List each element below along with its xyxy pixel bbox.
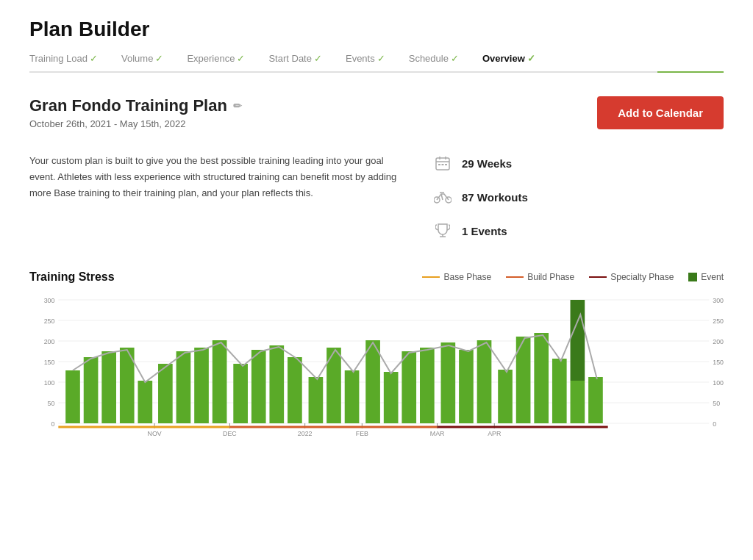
svg-rect-64	[534, 333, 549, 423]
stat-weeks: 29 Weeks	[432, 153, 579, 173]
svg-rect-65	[552, 359, 567, 423]
nav-label-training-load: Training Load	[29, 53, 88, 64]
svg-rect-35	[101, 351, 116, 423]
svg-text:0: 0	[51, 420, 54, 428]
plan-title-section: Gran Fondo Training Plan ✏ October 26th,…	[29, 96, 242, 129]
svg-text:0: 0	[713, 420, 716, 428]
svg-text:150: 150	[713, 359, 724, 366]
legend-base-phase: Base Phase	[422, 272, 491, 282]
svg-text:50: 50	[48, 400, 55, 407]
chart-header: Training Stress Base Phase Build Phase S…	[29, 270, 724, 284]
nav-item-volume[interactable]: Volume ✓	[121, 53, 163, 64]
svg-rect-46	[269, 345, 284, 423]
svg-rect-56	[420, 348, 435, 423]
svg-rect-41	[194, 348, 209, 423]
legend-build-line	[506, 276, 524, 278]
legend-base-label: Base Phase	[443, 272, 491, 282]
svg-rect-66	[571, 300, 585, 381]
chart-section: Training Stress Base Phase Build Phase S…	[29, 270, 724, 454]
nav-check-5: ✓	[451, 53, 459, 64]
svg-rect-60	[477, 340, 492, 423]
stat-workouts: 87 Workouts	[432, 187, 579, 207]
svg-rect-55	[402, 351, 416, 423]
nav-label-schedule: Schedule	[409, 53, 449, 64]
legend-build-phase: Build Phase	[506, 272, 574, 282]
legend-event-square	[688, 273, 697, 281]
svg-text:250: 250	[713, 317, 724, 325]
plan-stats: 29 Weeks 87 Workouts	[432, 153, 579, 241]
svg-rect-45	[251, 350, 266, 423]
legend-specialty-phase: Specialty Phase	[589, 272, 674, 282]
chart-title: Training Stress	[29, 270, 115, 284]
svg-text:100: 100	[44, 379, 55, 387]
edit-icon[interactable]: ✏	[233, 100, 242, 112]
nav-item-start-date[interactable]: Start Date ✓	[268, 53, 322, 64]
legend-event-label: Event	[701, 272, 724, 282]
nav-label-experience: Experience	[187, 53, 235, 64]
legend-specialty-line	[589, 276, 607, 278]
nav-item-overview[interactable]: Overview ✓	[482, 53, 535, 64]
plan-dates: October 26th, 2021 - May 15th, 2022	[29, 118, 242, 129]
legend-build-label: Build Phase	[527, 272, 574, 282]
svg-rect-37	[138, 381, 153, 423]
nav-check-0: ✓	[90, 53, 98, 64]
svg-text:300: 300	[713, 297, 724, 304]
nav-label-start-date: Start Date	[268, 53, 312, 64]
svg-rect-59	[459, 350, 474, 423]
svg-rect-47	[288, 357, 302, 423]
svg-text:MAR: MAR	[430, 430, 445, 437]
nav-check-1: ✓	[155, 53, 163, 64]
svg-text:300: 300	[44, 297, 55, 304]
chart-legend: Base Phase Build Phase Specialty Phase E…	[422, 272, 724, 282]
svg-rect-5	[442, 164, 444, 165]
svg-rect-44	[233, 364, 248, 423]
calendar-icon	[432, 153, 453, 173]
plan-description: Your custom plan is built to give you th…	[29, 153, 397, 241]
svg-text:50: 50	[713, 400, 720, 407]
svg-rect-6	[445, 164, 447, 165]
svg-rect-50	[326, 348, 341, 423]
svg-rect-39	[158, 364, 173, 423]
svg-text:250: 250	[44, 317, 55, 325]
svg-rect-68	[588, 377, 603, 423]
stat-events-value: 1 Events	[462, 225, 507, 237]
nav-item-schedule[interactable]: Schedule ✓	[409, 53, 459, 64]
legend-event: Event	[688, 272, 724, 282]
nav-item-events[interactable]: Events ✓	[346, 53, 385, 64]
svg-rect-33	[65, 370, 80, 423]
nav-bar: Training Load ✓ Volume ✓ Experience ✓ St…	[29, 53, 724, 73]
svg-text:100: 100	[713, 379, 724, 387]
plan-title-text: Gran Fondo Training Plan	[29, 96, 227, 115]
svg-text:NOV: NOV	[148, 430, 162, 437]
nav-check-4: ✓	[377, 53, 385, 64]
svg-text:150: 150	[44, 359, 55, 366]
bike-icon	[432, 187, 453, 207]
plan-header: Gran Fondo Training Plan ✏ October 26th,…	[29, 96, 724, 129]
stat-events: 1 Events	[432, 220, 579, 241]
svg-text:200: 200	[44, 338, 55, 345]
legend-base-line	[422, 276, 440, 278]
training-stress-chart: 300 250 200 150 100 50 0 300 250 200 150…	[29, 292, 724, 454]
svg-text:FEB: FEB	[356, 430, 368, 437]
svg-text:200: 200	[713, 338, 724, 345]
nav-check-6: ✓	[527, 53, 535, 64]
plan-content: Your custom plan is built to give you th…	[29, 153, 724, 241]
stat-workouts-value: 87 Workouts	[462, 191, 528, 204]
nav-item-training-load[interactable]: Training Load ✓	[29, 53, 98, 64]
nav-check-2: ✓	[237, 53, 245, 64]
page-title: Plan Builder	[29, 18, 724, 41]
add-to-calendar-button[interactable]: Add to Calendar	[597, 96, 724, 129]
svg-text:2022: 2022	[298, 430, 313, 437]
svg-rect-54	[384, 372, 399, 423]
stat-weeks-value: 29 Weeks	[462, 157, 512, 170]
legend-specialty-label: Specialty Phase	[610, 272, 674, 282]
svg-text:DEC: DEC	[223, 430, 237, 437]
plan-title: Gran Fondo Training Plan ✏	[29, 96, 242, 115]
chart-container: 300 250 200 150 100 50 0 300 250 200 150…	[29, 292, 724, 454]
svg-rect-40	[176, 351, 191, 423]
svg-rect-4	[438, 164, 440, 165]
nav-item-experience[interactable]: Experience ✓	[187, 53, 245, 64]
svg-rect-53	[365, 340, 380, 423]
svg-rect-67	[571, 381, 585, 423]
svg-text:APR: APR	[488, 430, 502, 437]
